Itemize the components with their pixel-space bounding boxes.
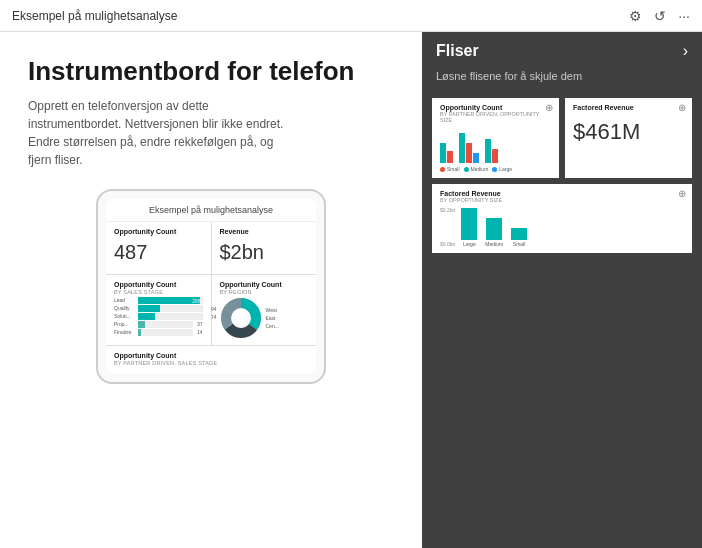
bar-row: Prop... 37 [114, 321, 203, 328]
fliser-opp-label: Opportunity Count [440, 104, 551, 111]
page-description: Opprett en telefonversjon av dette instr… [28, 97, 288, 169]
tile-revenue: Revenue $2bn [212, 222, 317, 273]
legend-dot [440, 167, 445, 172]
legend-small: Small [440, 166, 460, 172]
fliser-bar-group [440, 127, 551, 163]
tile-opp-value: 487 [114, 241, 203, 264]
bar [440, 143, 446, 163]
page-title: Instrumentbord for telefon [28, 56, 394, 87]
pin-icon[interactable]: ⚙ [629, 8, 642, 24]
bar-fill [138, 297, 200, 304]
fliser-tiles-grid: ⊕ Opportunity Count BY PARTNER DRIVEN, O… [422, 92, 702, 184]
bar-x-label: Large [463, 241, 476, 247]
fliser-revenue-label: Factored Revenue [573, 104, 684, 111]
bar-track: 74 [138, 313, 203, 320]
legend-label: Large [499, 166, 512, 172]
bar-group-1 [440, 143, 453, 163]
bar-fill [138, 321, 145, 328]
bar-medium [486, 218, 502, 240]
bar-group-area: Large Medium Small [461, 207, 527, 247]
fliser-hbar-chart: $0.2bn $0.0bn Large Medium Small [440, 207, 684, 247]
legend-large: Large [492, 166, 512, 172]
fliser-tile-opp-count[interactable]: ⊕ Opportunity Count BY PARTNER DRIVEN, O… [432, 98, 559, 178]
legend-label: Medium [471, 166, 489, 172]
fliser-chevron-icon[interactable]: › [683, 42, 688, 60]
bar-label: Qualify [114, 305, 136, 311]
tile-opp-region: Opportunity Count BY REGION [212, 275, 317, 345]
bar-fill [138, 313, 155, 320]
bar [466, 143, 472, 163]
bar-group-2 [459, 133, 479, 163]
bar-label: Soluti... [114, 313, 136, 319]
tile-partner-label: Opportunity Count [114, 352, 308, 360]
bar [473, 153, 479, 163]
more-icon[interactable]: ··· [678, 8, 690, 24]
fliser-title: Fliser [436, 42, 479, 60]
fliser-opp-sublabel: BY PARTNER DRIVEN, OPPORTUNITY SIZE [440, 111, 551, 123]
legend-medium: Medium [464, 166, 489, 172]
y-label-bottom: $0.0bn [440, 241, 455, 247]
fliser-tile-revenue-chart[interactable]: ⊕ Factored Revenue BY OPPORTUNITY SIZE $… [432, 184, 692, 253]
bar-val: 74 [211, 314, 217, 320]
region-west: West [266, 306, 279, 314]
bar [492, 149, 498, 163]
bar-large [461, 208, 477, 240]
bar-chart-stage: Lead 268 Qualify 94 [114, 297, 203, 336]
bar-val: 268 [192, 298, 200, 304]
top-bar-icons: ⚙ ↺ ··· [629, 8, 690, 24]
bar [485, 139, 491, 163]
bar-row: Soluti... 74 [114, 313, 203, 320]
pin-icon[interactable]: ⊕ [678, 188, 686, 199]
y-axis: $0.2bn $0.0bn [440, 207, 455, 247]
undo-icon[interactable]: ↺ [654, 8, 666, 24]
tile-partner: Opportunity Count BY PARTNER DRIVEN. SAL… [106, 345, 316, 374]
bar-track [138, 329, 193, 336]
dashboard-grid: Opportunity Count 487 Revenue $2bn Oppor… [106, 222, 316, 345]
legend-dot [464, 167, 469, 172]
fliser-legend: Small Medium Large [440, 166, 551, 172]
bar [459, 133, 465, 163]
tile-opp-label: Opportunity Count [114, 228, 203, 236]
bar-label: Finalize [114, 329, 136, 335]
right-panel: Fliser › Løsne flisene for å skjule dem … [422, 32, 702, 548]
tile-revenue-label: Revenue [220, 228, 309, 236]
y-label-top: $0.2bn [440, 207, 455, 213]
bar-row: Lead 268 [114, 297, 203, 304]
fliser-subtitle: Løsne flisene for å skjule dem [422, 70, 702, 92]
bar-group-3 [485, 139, 498, 163]
bar-small [511, 228, 527, 240]
tile-opp-region-label: Opportunity Count [220, 281, 309, 289]
bar-label: Prop... [114, 321, 136, 327]
fliser-revenue-chart-sub: BY OPPORTUNITY SIZE [440, 197, 684, 203]
bar-x-label: Small [513, 241, 526, 247]
phone-header: Eksempel på mulighetsanalyse [106, 199, 316, 222]
bar-label: Lead [114, 297, 136, 303]
bar-col-small: Small [511, 228, 527, 247]
donut-tile: West East Cen... [220, 297, 309, 339]
tile-opp-stage-sub: BY SALES STAGE [114, 289, 203, 295]
region-east: East [266, 314, 279, 322]
bar-col-medium: Medium [485, 218, 503, 247]
bar-fill [138, 329, 141, 336]
svg-point-4 [232, 309, 250, 327]
main-layout: Instrumentbord for telefon Opprett en te… [0, 32, 702, 548]
bar-col-large: Large [461, 208, 477, 247]
bar-val-outside: 14 [197, 329, 203, 335]
phone-screen: Eksempel på mulighetsanalyse Opportunity… [106, 199, 316, 374]
bar-track: 268 [138, 297, 203, 304]
bar-track [138, 321, 193, 328]
pin-icon[interactable]: ⊕ [678, 102, 686, 113]
top-bar: Eksempel på mulighetsanalyse ⚙ ↺ ··· [0, 0, 702, 32]
region-central: Cen... [266, 322, 279, 330]
tile-opp-stage: Opportunity Count BY SALES STAGE Lead 26… [106, 275, 211, 345]
bar-track: 94 [138, 305, 203, 312]
fliser-header: Fliser › [422, 32, 702, 70]
pin-icon[interactable]: ⊕ [545, 102, 553, 113]
fliser-revenue-value: $461M [573, 119, 684, 145]
donut-chart [220, 297, 262, 339]
phone-mockup: Eksempel på mulighetsanalyse Opportunity… [96, 189, 326, 384]
bar-row: Qualify 94 [114, 305, 203, 312]
fliser-tile-revenue[interactable]: ⊕ Factored Revenue $461M [565, 98, 692, 178]
legend-dot [492, 167, 497, 172]
tile-opp-stage-label: Opportunity Count [114, 281, 203, 289]
